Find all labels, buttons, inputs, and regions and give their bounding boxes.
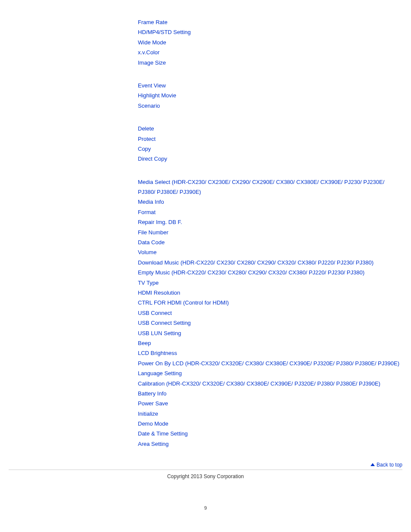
link-group-3: Delete Protect Copy Direct Copy bbox=[138, 124, 402, 164]
link-repair-img-db-f[interactable]: Repair Img. DB F. bbox=[138, 217, 402, 227]
link-area-setting[interactable]: Area Setting bbox=[138, 439, 402, 449]
link-power-on-by-lcd[interactable]: Power On By LCD (HDR-CX320/ CX320E/ CX38… bbox=[138, 358, 402, 368]
link-lcd-brightness[interactable]: LCD Brightness bbox=[138, 348, 402, 358]
link-group-1: Frame Rate HD/MP4/STD Setting Wide Mode … bbox=[138, 17, 402, 68]
link-file-number[interactable]: File Number bbox=[138, 227, 402, 237]
link-download-music[interactable]: Download Music (HDR-CX220/ CX230/ CX280/… bbox=[138, 258, 402, 268]
link-date-time-setting[interactable]: Date & Time Setting bbox=[138, 429, 402, 439]
link-beep[interactable]: Beep bbox=[138, 338, 402, 348]
link-event-view[interactable]: Event View bbox=[138, 81, 402, 90]
link-initialize[interactable]: Initialize bbox=[138, 409, 402, 419]
back-to-top-link[interactable]: Back to top bbox=[0, 462, 411, 470]
link-frame-rate[interactable]: Frame Rate bbox=[138, 17, 402, 27]
link-media-select[interactable]: Media Select (HDR-CX230/ CX230E/ CX290/ … bbox=[138, 177, 402, 197]
link-direct-copy[interactable]: Direct Copy bbox=[138, 154, 402, 164]
link-data-code[interactable]: Data Code bbox=[138, 237, 402, 247]
footer-area: Back to top Copyright 2013 Sony Corporat… bbox=[0, 462, 411, 519]
page: Frame Rate HD/MP4/STD Setting Wide Mode … bbox=[0, 0, 411, 532]
link-media-info[interactable]: Media Info bbox=[138, 197, 402, 207]
copyright-text: Copyright 2013 Sony Corporation bbox=[0, 470, 411, 497]
link-delete[interactable]: Delete bbox=[138, 124, 402, 134]
link-usb-connect[interactable]: USB Connect bbox=[138, 308, 402, 318]
link-language-setting[interactable]: Language Setting bbox=[138, 368, 402, 378]
link-battery-info[interactable]: Battery Info bbox=[138, 389, 402, 398]
link-group-2: Event View Highlight Movie Scenario bbox=[138, 81, 402, 111]
link-highlight-movie[interactable]: Highlight Movie bbox=[138, 90, 402, 100]
link-empty-music[interactable]: Empty Music (HDR-CX220/ CX230/ CX280/ CX… bbox=[138, 268, 402, 277]
link-image-size[interactable]: Image Size bbox=[138, 58, 402, 68]
link-hdmi-resolution[interactable]: HDMI Resolution bbox=[138, 288, 402, 298]
link-wide-mode[interactable]: Wide Mode bbox=[138, 37, 402, 47]
link-protect[interactable]: Protect bbox=[138, 134, 402, 144]
link-group-4: Media Select (HDR-CX230/ CX230E/ CX290/ … bbox=[138, 177, 402, 449]
page-number: 9 bbox=[0, 497, 411, 519]
link-power-save[interactable]: Power Save bbox=[138, 398, 402, 408]
link-usb-connect-setting[interactable]: USB Connect Setting bbox=[138, 318, 402, 328]
back-to-top-label: Back to top bbox=[377, 462, 402, 468]
link-demo-mode[interactable]: Demo Mode bbox=[138, 419, 402, 429]
link-usb-lun-setting[interactable]: USB LUN Setting bbox=[138, 328, 402, 338]
link-copy[interactable]: Copy bbox=[138, 144, 402, 154]
link-calibration[interactable]: Calibration (HDR-CX320/ CX320E/ CX380/ C… bbox=[138, 379, 402, 389]
link-tv-type[interactable]: TV Type bbox=[138, 278, 402, 288]
link-format[interactable]: Format bbox=[138, 207, 402, 217]
link-volume[interactable]: Volume bbox=[138, 247, 402, 257]
link-scenario[interactable]: Scenario bbox=[138, 101, 402, 111]
content-area: Frame Rate HD/MP4/STD Setting Wide Mode … bbox=[0, 0, 411, 449]
link-hd-mp4-std-setting[interactable]: HD/MP4/STD Setting bbox=[138, 27, 402, 37]
link-ctrl-for-hdmi[interactable]: CTRL FOR HDMI (Control for HDMI) bbox=[138, 298, 402, 308]
up-triangle-icon bbox=[371, 463, 375, 466]
link-xvcolor[interactable]: x.v.Color bbox=[138, 47, 402, 57]
